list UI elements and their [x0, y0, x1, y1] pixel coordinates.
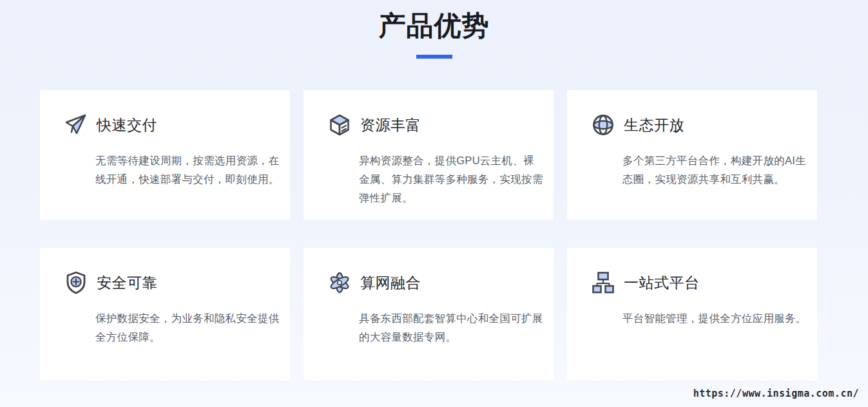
card-description: 多个第三方平台合作，构建开放的AI生态圈，实现资源共享和互利共赢。	[622, 151, 807, 189]
advantage-card-rich-resources: 资源丰富 异构资源整合，提供GPU云主机、裸金属、算力集群等多种服务，实现按需弹…	[304, 90, 554, 220]
card-header: 生态开放	[590, 112, 807, 138]
shield-plus-icon	[63, 270, 89, 296]
card-description: 具备东西部配套智算中心和全国可扩展的大容量数据专网。	[359, 309, 543, 346]
card-header: 快速交付	[63, 112, 280, 138]
card-header: 安全可靠	[63, 270, 280, 296]
paper-plane-icon	[63, 112, 89, 138]
card-title: 生态开放	[624, 115, 684, 135]
advantage-card-one-stop-platform: 一站式平台 平台智能管理，提供全方位应用服务。	[567, 248, 817, 380]
globe-icon	[590, 112, 616, 138]
card-title: 一站式平台	[624, 273, 700, 293]
card-title: 算网融合	[360, 273, 421, 293]
sitemap-icon	[590, 270, 616, 296]
title-accent-bar	[416, 55, 452, 59]
card-description: 异构资源整合，提供GPU云主机、裸金属、算力集群等多种服务，实现按需弹性扩展。	[359, 151, 543, 207]
card-title: 安全可靠	[97, 273, 157, 293]
page-title: 产品优势	[0, 8, 868, 44]
advantage-card-compute-network-fusion: 算网融合 具备东西部配套智算中心和全国可扩展的大容量数据专网。	[304, 248, 554, 380]
advantage-card-open-ecosystem: 生态开放 多个第三方平台合作，构建开放的AI生态圈，实现资源共享和互利共赢。	[567, 90, 817, 220]
card-header: 一站式平台	[590, 270, 807, 296]
cube-icon	[327, 112, 352, 138]
advantage-card-secure-reliable: 安全可靠 保护数据安全，为业务和隐私安全提供全方位保障。	[40, 248, 290, 380]
card-title: 资源丰富	[360, 115, 421, 135]
site-url-watermark: https://www.insigma.com.cn/	[693, 388, 859, 399]
card-description: 无需等待建设周期，按需选用资源，在线开通，快速部署与交付，即刻使用。	[95, 151, 280, 189]
card-header: 算网融合	[327, 270, 543, 296]
card-description: 保护数据安全，为业务和隐私安全提供全方位保障。	[95, 309, 280, 346]
atom-icon	[327, 270, 352, 296]
card-title: 快速交付	[97, 115, 157, 135]
advantages-grid: 快速交付 无需等待建设周期，按需选用资源，在线开通，快速部署与交付，即刻使用。 …	[40, 90, 818, 380]
card-header: 资源丰富	[327, 112, 543, 138]
card-description: 平台智能管理，提供全方位应用服务。	[622, 309, 807, 328]
advantage-card-fast-delivery: 快速交付 无需等待建设周期，按需选用资源，在线开通，快速部署与交付，即刻使用。	[40, 90, 290, 220]
section-header: 产品优势	[0, 0, 868, 59]
